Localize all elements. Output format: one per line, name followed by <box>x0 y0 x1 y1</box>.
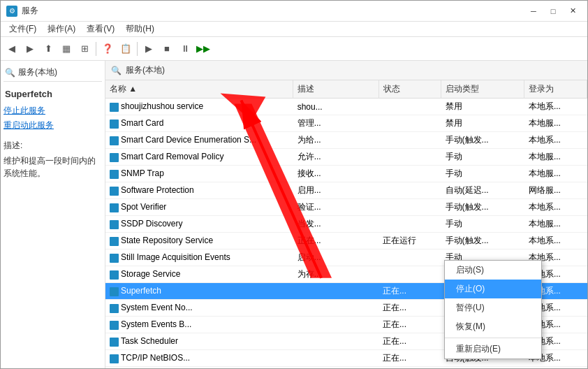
table-row[interactable]: shoujizhushou serviceshou...禁用本地系... <box>105 99 587 115</box>
service-icon <box>110 187 119 196</box>
service-desc-cell <box>293 300 378 317</box>
menu-view[interactable]: 查看(V) <box>81 22 120 36</box>
service-name-cell: Smart Card Device Enumeration S... <box>105 132 293 149</box>
service-name-cell: Spot Verifier <box>105 199 293 216</box>
table-row[interactable]: Software Protection启用...自动(延迟...网络服... <box>105 182 587 199</box>
close-button[interactable]: ✕ <box>564 4 582 18</box>
menu-action[interactable]: 操作(A) <box>42 22 81 36</box>
service-icon <box>110 338 119 347</box>
table-row[interactable]: State Repository Service正在...正在运行手动(触发..… <box>105 233 587 249</box>
show-hide-button[interactable]: ▦ <box>58 41 75 57</box>
service-icon <box>110 254 119 263</box>
service-status-cell <box>378 199 441 216</box>
toolbar: ◀ ▶ ⬆ ▦ ⊞ ❓ 📋 ▶ ■ ⏸ ▶▶ <box>1 37 587 61</box>
service-status-cell <box>378 216 441 233</box>
service-icon <box>110 304 119 313</box>
restart-button[interactable]: ▶▶ <box>195 41 212 57</box>
service-startup-cell: 禁用 <box>441 115 524 132</box>
service-status-cell: 正在... <box>378 300 441 317</box>
service-icon <box>110 103 119 112</box>
stop-service-link[interactable]: 停止此服务 <box>3 105 102 117</box>
help-button[interactable]: ❓ <box>99 41 116 57</box>
service-status-cell <box>378 182 441 199</box>
back-button[interactable]: ◀ <box>3 41 20 57</box>
service-icon <box>110 220 119 229</box>
service-icon <box>110 203 119 212</box>
title-bar-left: ⚙ 服务 <box>6 5 38 17</box>
maximize-button[interactable]: □ <box>544 4 562 18</box>
table-row[interactable]: Smart Card管理...禁用本地服... <box>105 115 587 132</box>
service-login-cell: 本地服... <box>524 216 587 233</box>
col-name: 名称 ▲ <box>105 80 293 99</box>
ctx-pause[interactable]: 暂停(U) <box>445 298 541 317</box>
service-icon <box>110 354 119 363</box>
table-row[interactable]: SNMP Trap接收...手动本地服... <box>105 166 587 182</box>
table-row[interactable]: Spot Verifier验证...手动(触发...本地系... <box>105 199 587 216</box>
ctx-start[interactable]: 启动(S) <box>445 261 541 280</box>
service-status-cell <box>378 249 441 266</box>
toolbar-separator-1 <box>96 42 96 56</box>
up-button[interactable]: ⬆ <box>40 41 57 57</box>
main-header-title: 服务(本地) <box>126 64 165 76</box>
sidebar-header-title: 服务(本地) <box>18 66 57 78</box>
service-name-cell: Superfetch <box>105 283 293 300</box>
context-menu: 启动(S) 停止(O) 暂停(U) 恢复(M) 重新启动(E) <box>444 260 542 359</box>
app-icon: ⚙ <box>6 6 17 17</box>
service-status-cell: 正在... <box>378 350 441 367</box>
service-startup-cell: 手动 <box>441 166 524 182</box>
service-login-cell: 本地服... <box>524 115 587 132</box>
col-startup: 启动类型 <box>441 80 524 99</box>
service-name-cell: TCP/IP NetBIOS... <box>105 350 293 367</box>
service-name-cell: Smart Card Removal Policy <box>105 149 293 166</box>
content-area: 🔍 服务(本地) Superfetch 停止此服务 重启动此服务 描述: 维护和… <box>1 61 587 368</box>
service-login-cell: 本地系... <box>524 99 587 115</box>
service-desc-cell: 接收... <box>293 166 378 182</box>
service-status-cell <box>378 166 441 182</box>
service-login-cell: 网络服... <box>524 182 587 199</box>
ctx-restart[interactable]: 重新启动(E) <box>445 340 541 359</box>
sidebar-search-icon: 🔍 <box>5 68 15 78</box>
service-name-cell: Smart Card <box>105 115 293 132</box>
table-row[interactable]: Smart Card Device Enumeration S...为给...手… <box>105 132 587 149</box>
service-icon <box>110 153 119 162</box>
table-row[interactable]: Smart Card Removal Policy允许...手动本地服... <box>105 149 587 166</box>
service-icon <box>110 321 119 330</box>
service-desc-cell: 管理... <box>293 115 378 132</box>
service-name-cell: SNMP Trap <box>105 166 293 182</box>
service-status-cell <box>378 115 441 132</box>
main-panel: 🔍 服务(本地) 名称 ▲ 描述 状态 启动类型 登录为 <box>105 61 587 368</box>
col-desc: 描述 <box>293 80 378 99</box>
sidebar-header: 🔍 服务(本地) <box>3 64 102 82</box>
menu-bar: 文件(F) 操作(A) 查看(V) 帮助(H) <box>1 22 587 37</box>
pause-button[interactable]: ⏸ <box>177 41 193 57</box>
service-name-cell: State Repository Service <box>105 233 293 249</box>
restart-service-link[interactable]: 重启动此服务 <box>3 120 102 131</box>
service-name-cell: SSDP Discovery <box>105 216 293 233</box>
minimize-button[interactable]: ─ <box>524 4 543 18</box>
main-window: ⚙ 服务 ─ □ ✕ 文件(F) 操作(A) 查看(V) 帮助(H) ◀ ▶ ⬆… <box>0 0 588 369</box>
service-icon <box>110 170 119 179</box>
service-desc-cell: 新存储成功... <box>293 367 378 369</box>
menu-file[interactable]: 文件(F) <box>3 22 42 36</box>
service-status-cell: 正在... <box>378 367 441 369</box>
properties-button[interactable]: ⊞ <box>76 41 93 57</box>
window-title: 服务 <box>22 5 38 17</box>
service-desc-cell: 当发... <box>293 216 378 233</box>
menu-help[interactable]: 帮助(H) <box>120 22 160 36</box>
stop-button[interactable]: ■ <box>159 41 175 57</box>
title-controls: ─ □ ✕ <box>524 4 582 18</box>
service-desc-cell <box>293 317 378 333</box>
start-button[interactable]: ▶ <box>140 41 157 57</box>
export-button[interactable]: 📋 <box>117 41 134 57</box>
ctx-stop[interactable]: 停止(O) <box>445 280 541 298</box>
ctx-resume[interactable]: 恢复(M) <box>445 317 541 336</box>
service-startup-cell: 自动(延迟... <box>441 182 524 199</box>
service-desc-cell <box>293 350 378 367</box>
main-panel-header: 🔍 服务(本地) <box>105 61 587 80</box>
service-startup-cell: 手动 <box>441 216 524 233</box>
table-row[interactable]: Telephony新存储成功...正在...手动网络服... <box>105 367 587 369</box>
forward-button[interactable]: ▶ <box>22 41 38 57</box>
table-row[interactable]: SSDP Discovery当发...手动本地服... <box>105 216 587 233</box>
service-login-cell: 本地服... <box>524 166 587 182</box>
service-login-cell: 网络服... <box>524 367 587 369</box>
